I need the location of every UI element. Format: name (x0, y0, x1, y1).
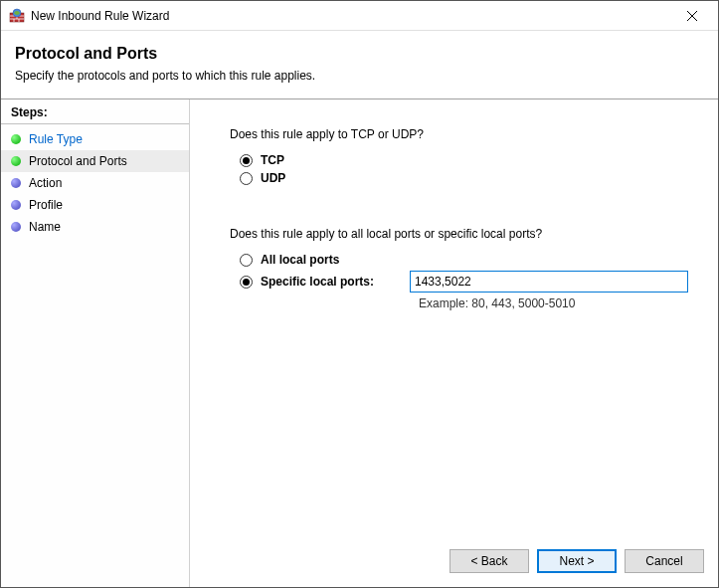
close-button[interactable] (672, 2, 712, 30)
radio-all-ports[interactable] (240, 254, 253, 267)
radio-udp[interactable] (240, 172, 253, 185)
next-button[interactable]: Next > (537, 549, 617, 573)
titlebar: New Inbound Rule Wizard (1, 1, 718, 31)
sidebar: Steps: Rule Type Protocol and Ports Acti… (1, 99, 190, 587)
button-bar: < Back Next > Cancel (449, 549, 704, 573)
page-subtitle: Specify the protocols and ports to which… (15, 69, 704, 83)
step-label: Protocol and Ports (29, 154, 127, 168)
steps-list: Rule Type Protocol and Ports Action Prof… (1, 124, 189, 242)
protocol-radio-group: TCP UDP (240, 153, 688, 185)
question-protocol: Does this rule apply to TCP or UDP? (230, 127, 688, 141)
header: Protocol and Ports Specify the protocols… (1, 31, 718, 93)
radio-row-all-ports[interactable]: All local ports (240, 253, 688, 267)
step-label: Name (29, 220, 61, 234)
body: Steps: Rule Type Protocol and Ports Acti… (1, 99, 718, 587)
page-title: Protocol and Ports (15, 45, 704, 63)
step-protocol-ports[interactable]: Protocol and Ports (1, 150, 189, 172)
step-bullet-icon (11, 134, 21, 144)
radio-label-all-ports: All local ports (261, 253, 339, 267)
window-title: New Inbound Rule Wizard (31, 9, 672, 23)
radio-label-udp: UDP (261, 171, 285, 185)
step-label: Rule Type (29, 132, 83, 146)
radio-label-tcp: TCP (261, 153, 284, 167)
close-icon (687, 11, 697, 21)
main-panel: Does this rule apply to TCP or UDP? TCP … (190, 99, 718, 587)
step-profile[interactable]: Profile (1, 194, 189, 216)
firewall-icon (9, 8, 25, 24)
step-label: Action (29, 176, 62, 190)
radio-specific-ports[interactable] (240, 276, 253, 289)
back-button[interactable]: < Back (449, 549, 529, 573)
ports-radio-group: All local ports Specific local ports: Ex… (240, 253, 688, 310)
step-label: Profile (29, 198, 63, 212)
ports-example: Example: 80, 443, 5000-5010 (419, 296, 688, 310)
radio-row-specific-ports: Specific local ports: (240, 271, 688, 293)
step-name[interactable]: Name (1, 216, 189, 238)
radio-label-specific-ports: Specific local ports: (261, 275, 410, 289)
question-ports: Does this rule apply to all local ports … (230, 227, 688, 241)
step-bullet-icon (11, 178, 21, 188)
steps-header: Steps: (1, 99, 189, 124)
cancel-button[interactable]: Cancel (625, 549, 704, 573)
step-action[interactable]: Action (1, 172, 189, 194)
specific-ports-input[interactable] (410, 271, 688, 293)
radio-row-udp[interactable]: UDP (240, 171, 688, 185)
step-bullet-icon (11, 222, 21, 232)
radio-tcp[interactable] (240, 154, 253, 167)
step-bullet-icon (11, 156, 21, 166)
step-bullet-icon (11, 200, 21, 210)
step-rule-type[interactable]: Rule Type (1, 128, 189, 150)
radio-row-tcp[interactable]: TCP (240, 153, 688, 167)
wizard-window: New Inbound Rule Wizard Protocol and Por… (0, 0, 719, 588)
